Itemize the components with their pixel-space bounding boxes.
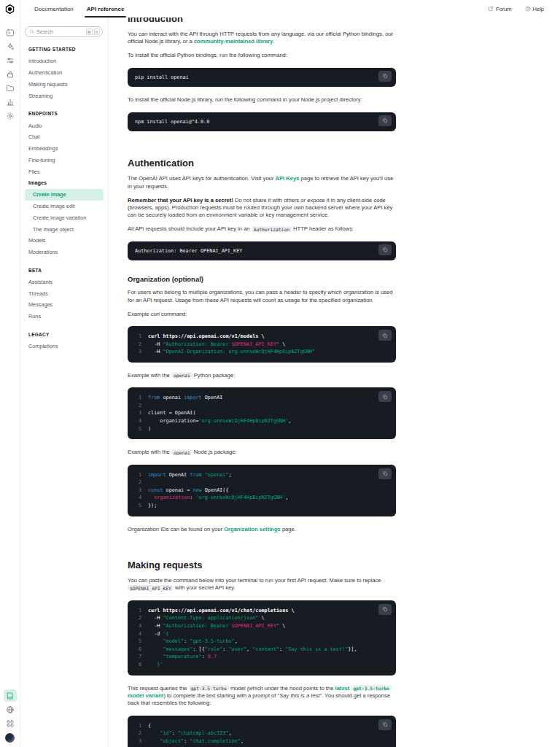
forum-link[interactable]: Forum [488,6,512,12]
fine-tuning-icon[interactable] [4,54,17,66]
code-token [148,495,154,500]
text-run: To install the official Node.js library,… [128,96,362,103]
sidebar-item-files[interactable]: Files [25,166,104,177]
settings-icon[interactable] [4,109,17,122]
copy-button[interactable] [378,604,392,615]
playground-icon[interactable] [4,26,17,39]
copy-button[interactable] [378,391,392,402]
sidebar-item-introduction[interactable]: Introduction [25,55,104,67]
code-block-curl-chat-completions: 1curl https://api.openai.com/v1/chat/com… [128,600,396,676]
inline-link[interactable]: model variant [128,692,163,699]
sidebar-item-create-image[interactable]: Create image [25,189,104,201]
forum-globe-icon[interactable] [4,703,17,716]
sidebar-item-moderations[interactable]: Moderations [25,247,104,258]
copy-icon [382,117,388,123]
line-number: 6 [136,646,141,654]
code-line: 1curl https://api.openai.com/v1/models \ [136,333,387,341]
code-token: "openai" [205,472,229,478]
k-keycap: K [94,28,101,35]
tab-api-reference[interactable]: API reference [80,0,131,18]
code-token: "Content-Type: application/json" [163,615,258,621]
profile-avatar[interactable] [5,733,15,743]
copy-button[interactable] [378,468,392,479]
sidebar-item-chat[interactable]: Chat [25,131,104,143]
text-run: Example with the [128,449,171,455]
tab-documentation[interactable]: Documentation [28,0,80,18]
search-input[interactable]: Search ⌘ K [25,26,103,37]
inline-link[interactable]: community-maintained library [194,38,273,44]
copy-button[interactable] [378,244,392,255]
sidebar-item-assistants[interactable]: Assistants [25,276,104,288]
code-block-pip-install: pip install openai [128,68,396,88]
line-number: 1 [136,333,141,341]
sidebar-item-threads[interactable]: Threads [25,287,104,299]
paragraph: To install the official Python bindings,… [128,52,396,59]
forum-label: Forum [496,6,512,12]
inline-link[interactable]: latest [335,685,351,692]
code-token: -H [148,341,163,347]
sidebar-item-runs[interactable]: Runs [25,311,104,322]
text-run: To install the official Python bindings,… [128,52,287,58]
sidebar-item-fine-tuning[interactable]: Fine-tuning [25,154,104,166]
paragraph: For users who belong to multiple organiz… [128,289,396,304]
code-token: "temperature" [163,654,201,659]
sidebar-item-audio[interactable]: Audio [25,120,104,131]
copy-button[interactable] [378,115,392,126]
code-token: "chatcmpl-abc123" [178,730,229,736]
inline-link[interactable]: gpt-3.5-turbo [351,685,391,691]
code-token: : [{ [192,646,204,652]
sidebar-item-embeddings[interactable]: Embeddings [25,143,104,155]
sidebar-item-completions[interactable]: Completions [25,341,104,352]
sidebar-item-create-image-edit[interactable]: Create image edit [25,201,104,212]
nav-header-getting-started: GETTING STARTED [25,47,104,52]
copy-button[interactable] [378,330,392,341]
code-token: \ [258,615,264,621]
sidebar-item-create-image-variation[interactable]: Create image variation [25,212,104,223]
text-run: Node.js package: [192,449,237,455]
paragraph: Remember that your API key is a secret! … [128,197,396,220]
help-link[interactable]: Help [525,6,544,12]
line-number: 5 [136,425,141,433]
docs-icon[interactable] [4,689,17,702]
icon-rail [0,0,20,747]
apps-grid-icon[interactable] [4,717,17,729]
code-token: "content" [252,646,279,652]
code-line: 8 }' [136,661,387,669]
usage-icon[interactable] [4,96,17,108]
sidebar-item-making-requests[interactable]: Making requests [25,79,104,90]
sidebar-item-models[interactable]: Models [25,235,104,247]
code-token: $OPENAI_API_KEY [232,341,276,347]
openai-logo-icon[interactable] [4,4,15,18]
line-number: 3 [136,348,141,356]
code-token: "model" [163,638,184,644]
sidebar-item-streaming[interactable]: Streaming [25,90,104,101]
code-token: curl https://api.openai.com/v1/chat/comp… [148,608,295,614]
code-line: 2 "id": "chatcmpl-abc123", [136,729,387,738]
inline-link[interactable]: Organization settings [224,526,281,533]
files-icon[interactable] [4,82,17,94]
assistants-icon[interactable] [4,40,17,53]
code-token: organization [154,495,190,500]
inline-link[interactable]: API Keys [275,175,299,182]
sidebar-item-images[interactable]: Images [25,177,104,189]
code-token: organization= [148,418,199,424]
sidebar-item-the-image-object[interactable]: The image object [25,223,104,235]
code-line: 1from openai import OpenAI [136,394,387,402]
code-line: 1curl https://api.openai.com/v1/chat/com… [136,607,387,615]
text-run: Example with the [128,372,171,379]
code-token: from [190,472,201,478]
line-number: 3 [136,487,141,495]
code-token: from [148,395,160,400]
copy-button[interactable] [378,71,392,82]
line-number: 2 [136,614,141,622]
code-token: : [202,654,208,659]
api-keys-icon[interactable] [4,68,17,80]
code-token: \ [279,341,285,347]
inline-code: openai [171,372,192,378]
sidebar-item-messages[interactable]: Messages [25,299,104,311]
section-title: Making requests [128,560,396,570]
copy-icon [382,721,388,727]
sidebar-item-authentication[interactable]: Authentication [25,67,104,79]
copy-button[interactable] [378,719,392,730]
code-token: import [148,472,166,478]
